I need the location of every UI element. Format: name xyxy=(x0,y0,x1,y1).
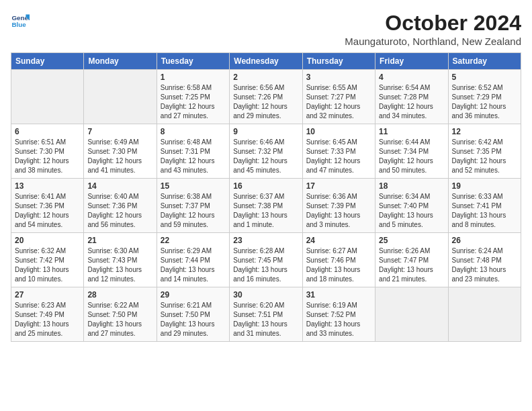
calendar-cell: 29Sunrise: 6:21 AM Sunset: 7:50 PM Dayli… xyxy=(157,287,229,342)
day-info: Sunrise: 6:42 AM Sunset: 7:35 PM Dayligh… xyxy=(452,138,517,175)
calendar-cell: 18Sunrise: 6:34 AM Sunset: 7:40 PM Dayli… xyxy=(375,179,448,233)
calendar-cell xyxy=(375,287,448,342)
day-info: Sunrise: 6:46 AM Sunset: 7:32 PM Dayligh… xyxy=(233,138,298,175)
weekday-header: Thursday xyxy=(302,53,375,70)
day-info: Sunrise: 6:56 AM Sunset: 7:26 PM Dayligh… xyxy=(233,83,298,121)
month-title: October 2024 xyxy=(345,11,521,36)
calendar-table: SundayMondayTuesdayWednesdayThursdayFrid… xyxy=(11,52,521,342)
calendar-cell: 23Sunrise: 6:28 AM Sunset: 7:45 PM Dayli… xyxy=(230,233,302,287)
day-info: Sunrise: 6:55 AM Sunset: 7:27 PM Dayligh… xyxy=(306,83,371,121)
day-info: Sunrise: 6:26 AM Sunset: 7:47 PM Dayligh… xyxy=(379,246,444,284)
calendar-header-row: SundayMondayTuesdayWednesdayThursdayFrid… xyxy=(11,53,521,70)
day-info: Sunrise: 6:30 AM Sunset: 7:43 PM Dayligh… xyxy=(87,246,152,284)
calendar-cell xyxy=(448,287,521,342)
calendar-week-row: 27Sunrise: 6:23 AM Sunset: 7:49 PM Dayli… xyxy=(11,287,521,342)
calendar-cell: 15Sunrise: 6:38 AM Sunset: 7:37 PM Dayli… xyxy=(157,179,229,233)
title-block: October 2024 Maungaturoto, Northland, Ne… xyxy=(345,11,521,47)
day-info: Sunrise: 6:32 AM Sunset: 7:42 PM Dayligh… xyxy=(15,246,80,284)
day-number: 28 xyxy=(87,290,152,300)
day-number: 29 xyxy=(161,290,226,300)
day-number: 27 xyxy=(15,290,80,300)
calendar-cell: 26Sunrise: 6:24 AM Sunset: 7:48 PM Dayli… xyxy=(448,233,521,287)
day-info: Sunrise: 6:38 AM Sunset: 7:37 PM Dayligh… xyxy=(161,192,226,230)
day-number: 13 xyxy=(15,181,80,191)
day-number: 25 xyxy=(379,236,444,245)
day-info: Sunrise: 6:19 AM Sunset: 7:52 PM Dayligh… xyxy=(306,301,371,338)
day-number: 23 xyxy=(233,236,298,245)
calendar-cell: 8Sunrise: 6:48 AM Sunset: 7:31 PM Daylig… xyxy=(157,124,229,179)
day-info: Sunrise: 6:58 AM Sunset: 7:25 PM Dayligh… xyxy=(161,83,226,121)
day-info: Sunrise: 6:24 AM Sunset: 7:48 PM Dayligh… xyxy=(452,246,517,284)
calendar-cell: 14Sunrise: 6:40 AM Sunset: 7:36 PM Dayli… xyxy=(84,179,157,233)
page-header: General Blue October 2024 Maungaturoto, … xyxy=(11,11,521,47)
calendar-cell: 7Sunrise: 6:49 AM Sunset: 7:30 PM Daylig… xyxy=(84,124,157,179)
calendar-cell: 12Sunrise: 6:42 AM Sunset: 7:35 PM Dayli… xyxy=(448,124,521,179)
calendar-week-row: 6Sunrise: 6:51 AM Sunset: 7:30 PM Daylig… xyxy=(11,124,521,179)
day-info: Sunrise: 6:36 AM Sunset: 7:39 PM Dayligh… xyxy=(306,192,371,230)
day-info: Sunrise: 6:49 AM Sunset: 7:30 PM Dayligh… xyxy=(87,138,152,175)
day-number: 21 xyxy=(87,236,152,245)
day-info: Sunrise: 6:52 AM Sunset: 7:29 PM Dayligh… xyxy=(452,83,517,121)
day-number: 5 xyxy=(452,73,517,82)
day-info: Sunrise: 6:27 AM Sunset: 7:46 PM Dayligh… xyxy=(306,246,371,284)
day-info: Sunrise: 6:33 AM Sunset: 7:41 PM Dayligh… xyxy=(452,192,517,230)
weekday-header: Tuesday xyxy=(157,53,229,70)
day-number: 15 xyxy=(161,181,226,191)
calendar-cell: 13Sunrise: 6:41 AM Sunset: 7:36 PM Dayli… xyxy=(11,179,84,233)
day-info: Sunrise: 6:41 AM Sunset: 7:36 PM Dayligh… xyxy=(15,192,80,230)
day-info: Sunrise: 6:22 AM Sunset: 7:50 PM Dayligh… xyxy=(87,301,152,338)
day-number: 17 xyxy=(306,181,371,191)
calendar-cell: 19Sunrise: 6:33 AM Sunset: 7:41 PM Dayli… xyxy=(448,179,521,233)
day-number: 31 xyxy=(306,290,371,300)
day-info: Sunrise: 6:51 AM Sunset: 7:30 PM Dayligh… xyxy=(15,138,80,175)
calendar-cell: 9Sunrise: 6:46 AM Sunset: 7:32 PM Daylig… xyxy=(230,124,302,179)
calendar-cell: 25Sunrise: 6:26 AM Sunset: 7:47 PM Dayli… xyxy=(375,233,448,287)
day-number: 24 xyxy=(306,236,371,245)
day-number: 26 xyxy=(452,236,517,245)
weekday-header: Saturday xyxy=(448,53,521,70)
day-number: 22 xyxy=(161,236,226,245)
day-number: 16 xyxy=(233,181,298,191)
calendar-body: 1Sunrise: 6:58 AM Sunset: 7:25 PM Daylig… xyxy=(11,70,521,342)
day-info: Sunrise: 6:21 AM Sunset: 7:50 PM Dayligh… xyxy=(161,301,226,338)
calendar-cell: 11Sunrise: 6:44 AM Sunset: 7:34 PM Dayli… xyxy=(375,124,448,179)
calendar-cell: 28Sunrise: 6:22 AM Sunset: 7:50 PM Dayli… xyxy=(84,287,157,342)
day-info: Sunrise: 6:54 AM Sunset: 7:28 PM Dayligh… xyxy=(379,83,444,121)
day-info: Sunrise: 6:34 AM Sunset: 7:40 PM Dayligh… xyxy=(379,192,444,230)
location: Maungaturoto, Northland, New Zealand xyxy=(345,36,521,47)
calendar-cell: 3Sunrise: 6:55 AM Sunset: 7:27 PM Daylig… xyxy=(302,70,375,124)
calendar-cell: 4Sunrise: 6:54 AM Sunset: 7:28 PM Daylig… xyxy=(375,70,448,124)
day-number: 8 xyxy=(161,127,226,136)
day-info: Sunrise: 6:44 AM Sunset: 7:34 PM Dayligh… xyxy=(379,138,444,175)
weekday-header: Friday xyxy=(375,53,448,70)
day-number: 14 xyxy=(87,181,152,191)
day-number: 20 xyxy=(15,236,80,245)
weekday-header: Wednesday xyxy=(230,53,302,70)
calendar-cell: 16Sunrise: 6:37 AM Sunset: 7:38 PM Dayli… xyxy=(230,179,302,233)
calendar-cell: 5Sunrise: 6:52 AM Sunset: 7:29 PM Daylig… xyxy=(448,70,521,124)
calendar-cell: 24Sunrise: 6:27 AM Sunset: 7:46 PM Dayli… xyxy=(302,233,375,287)
calendar-cell xyxy=(11,70,84,124)
calendar-week-row: 13Sunrise: 6:41 AM Sunset: 7:36 PM Dayli… xyxy=(11,179,521,233)
calendar-cell: 27Sunrise: 6:23 AM Sunset: 7:49 PM Dayli… xyxy=(11,287,84,342)
day-number: 7 xyxy=(87,127,152,136)
day-number: 10 xyxy=(306,127,371,136)
calendar-cell: 6Sunrise: 6:51 AM Sunset: 7:30 PM Daylig… xyxy=(11,124,84,179)
weekday-header: Monday xyxy=(84,53,157,70)
day-info: Sunrise: 6:37 AM Sunset: 7:38 PM Dayligh… xyxy=(233,192,298,230)
day-number: 3 xyxy=(306,73,371,82)
day-info: Sunrise: 6:29 AM Sunset: 7:44 PM Dayligh… xyxy=(161,246,226,284)
calendar-week-row: 1Sunrise: 6:58 AM Sunset: 7:25 PM Daylig… xyxy=(11,70,521,124)
logo-icon: General Blue xyxy=(11,11,30,30)
day-number: 11 xyxy=(379,127,444,136)
calendar-cell xyxy=(84,70,157,124)
calendar-week-row: 20Sunrise: 6:32 AM Sunset: 7:42 PM Dayli… xyxy=(11,233,521,287)
day-number: 2 xyxy=(233,73,298,82)
calendar-cell: 17Sunrise: 6:36 AM Sunset: 7:39 PM Dayli… xyxy=(302,179,375,233)
day-info: Sunrise: 6:20 AM Sunset: 7:51 PM Dayligh… xyxy=(233,301,298,338)
day-number: 1 xyxy=(161,73,226,82)
day-number: 9 xyxy=(233,127,298,136)
day-number: 12 xyxy=(452,127,517,136)
calendar-cell: 31Sunrise: 6:19 AM Sunset: 7:52 PM Dayli… xyxy=(302,287,375,342)
calendar-cell: 2Sunrise: 6:56 AM Sunset: 7:26 PM Daylig… xyxy=(230,70,302,124)
